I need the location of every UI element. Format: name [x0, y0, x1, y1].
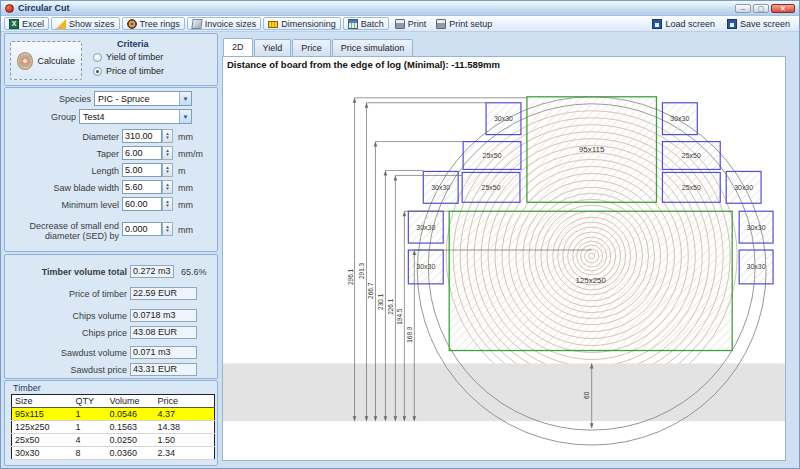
maximize-icon: ▢: [754, 5, 768, 12]
param-spinner-diameter[interactable]: ▲▼: [162, 129, 173, 143]
param-input-length[interactable]: 5.00: [122, 163, 162, 177]
toolbar-label-batch: Batch: [361, 19, 384, 29]
param-input-minimum-level[interactable]: 60.00: [122, 197, 162, 211]
param-spinner-saw-blade-width[interactable]: ▲▼: [162, 180, 173, 194]
toolbar-button-print[interactable]: Print: [391, 17, 431, 30]
toolbar-button-show-sizes[interactable]: Show sizes: [51, 17, 120, 30]
toolbar-label-excel: Excel: [22, 19, 44, 29]
minimize-button[interactable]: –: [735, 4, 751, 13]
result-value-chips-price: 43.08 EUR: [130, 326, 197, 339]
criteria-option-price-of-timber[interactable]: Price of timber: [93, 66, 164, 76]
criteria-option-yield-of-timber[interactable]: Yield of timber: [93, 52, 163, 62]
toolbar-button-load-screen[interactable]: Load screen: [648, 17, 719, 30]
param-label-length: Length: [5, 166, 119, 176]
board-30x30[interactable]: 30x30: [739, 211, 773, 243]
dimensioning-icon: [268, 21, 278, 28]
board-label: 25x50: [483, 152, 502, 159]
param-spinner-taper[interactable]: ▲▼: [162, 146, 173, 160]
criteria-title: Criteria: [117, 39, 149, 49]
toolbar-button-excel[interactable]: XExcel: [4, 17, 49, 30]
sed-label: Decrease of small end diameter (SED) by: [13, 221, 119, 241]
table-row[interactable]: 125x25010.156314.38: [12, 421, 215, 434]
tab-yield[interactable]: Yield: [254, 39, 292, 56]
calculate-label: Calculate: [37, 56, 75, 66]
board-30x30[interactable]: 30x30: [423, 171, 458, 203]
param-spinner-length[interactable]: ▲▼: [162, 163, 173, 177]
tab-2d[interactable]: 2D: [223, 38, 253, 57]
toolbar-button-batch[interactable]: Batch: [343, 17, 389, 30]
toolbar-button-print-setup[interactable]: Print setup: [432, 17, 496, 30]
toolbar-label-invoice-sizes: Invoice sizes: [205, 19, 257, 29]
board-30x30[interactable]: 30x30: [662, 103, 697, 135]
close-button[interactable]: ✕: [771, 4, 795, 13]
sed-input[interactable]: 0.000: [122, 222, 162, 236]
param-input-diameter[interactable]: 310.00: [122, 129, 162, 143]
param-input-saw-blade-width[interactable]: 5.60: [122, 180, 162, 194]
column-header-size: Size: [12, 395, 73, 408]
group-select[interactable]: Test4 ▼: [79, 109, 192, 124]
species-value: PIC - Spruce: [95, 94, 179, 104]
saw-blade-icon: [17, 52, 33, 70]
maximize-button[interactable]: ▢: [753, 4, 769, 13]
show-sizes-icon: [56, 19, 66, 29]
chevron-down-icon[interactable]: ▼: [179, 110, 191, 123]
board-30x30[interactable]: 30x30: [739, 250, 773, 284]
calculate-button[interactable]: Calculate: [10, 41, 82, 80]
cell-volume: 0.1563: [107, 421, 155, 434]
table-row[interactable]: 95x11510.05464.37: [12, 408, 215, 421]
board-25x50[interactable]: 25x50: [463, 142, 521, 170]
cell-qty: 8: [73, 447, 107, 460]
board-25x50[interactable]: 25x50: [662, 172, 720, 202]
board-25x50[interactable]: 25x50: [462, 172, 520, 202]
param-label-taper: Taper: [5, 149, 119, 159]
board-label: 30x30: [431, 184, 450, 191]
cell-qty: 4: [73, 434, 107, 447]
species-label: Species: [5, 94, 91, 104]
board-25x50[interactable]: 25x50: [662, 142, 720, 170]
save-screen-icon: [727, 19, 737, 29]
toolbar-label-save-screen: Save screen: [740, 19, 790, 29]
radio-price-of-timber[interactable]: [93, 67, 102, 76]
batch-icon: [348, 19, 358, 29]
param-unit-taper: mm/m: [178, 149, 203, 159]
tab-price[interactable]: Price: [292, 39, 331, 56]
result-value-price-of-timber: 22.59 EUR: [130, 287, 197, 300]
radio-label: Yield of timber: [106, 52, 163, 62]
board-125x250[interactable]: 125x250: [449, 211, 732, 350]
toolbar-button-invoice-sizes[interactable]: Invoice sizes: [187, 17, 262, 30]
dimension-label: 230.1: [377, 293, 384, 310]
chevron-down-icon[interactable]: ▼: [179, 92, 191, 105]
param-input-taper[interactable]: 6.00: [122, 146, 162, 160]
board-label: 30x30: [747, 224, 766, 231]
sed-spinner[interactable]: ▲▼: [162, 222, 173, 236]
toolbar-button-dimensioning[interactable]: Dimensioning: [263, 17, 341, 30]
board-95x115[interactable]: 95x115: [527, 97, 657, 202]
toolbar-button-save-screen[interactable]: Save screen: [723, 17, 794, 30]
main-area: 2DYieldPricePrice simulation Distance of…: [221, 33, 797, 466]
tab-price-simulation[interactable]: Price simulation: [332, 39, 414, 56]
param-label-saw-blade-width: Saw blade width: [5, 183, 119, 193]
minimum-level-band: [223, 363, 785, 421]
column-header-price: Price: [155, 395, 215, 408]
cell-price: 1.50: [155, 434, 215, 447]
dimension-label: 168.9: [406, 326, 413, 343]
board-label: 30x30: [670, 115, 689, 122]
table-row[interactable]: 30x3080.03602.34: [12, 447, 215, 460]
parameters-group: Species PIC - Spruce ▼ Group Test4 ▼ Dia…: [4, 87, 218, 252]
radio-yield-of-timber[interactable]: [93, 53, 102, 62]
board-30x30[interactable]: 30x30: [408, 211, 443, 243]
cell-price: 4.37: [155, 408, 215, 421]
result-label-chips-volume: Chips volume: [5, 311, 127, 321]
result-value-sawdust-volume: 0.071 m3: [130, 346, 197, 359]
board-30x30[interactable]: 30x30: [726, 171, 761, 203]
board-30x30[interactable]: 30x30: [486, 103, 521, 135]
criteria-group: Calculate Criteria Yield of timberPrice …: [4, 33, 218, 86]
result-label-price-of-timber: Price of timber: [5, 289, 127, 299]
toolbar-button-tree-rings[interactable]: Tree rings: [122, 17, 185, 30]
param-spinner-minimum-level[interactable]: ▲▼: [162, 197, 173, 211]
table-row[interactable]: 25x5040.02501.50: [12, 434, 215, 447]
cell-volume: 0.0250: [107, 434, 155, 447]
species-select[interactable]: PIC - Spruce ▼: [94, 91, 192, 106]
board-30x30[interactable]: 30x30: [408, 250, 443, 284]
toolbar-right: Load screenSave screen: [648, 17, 796, 30]
